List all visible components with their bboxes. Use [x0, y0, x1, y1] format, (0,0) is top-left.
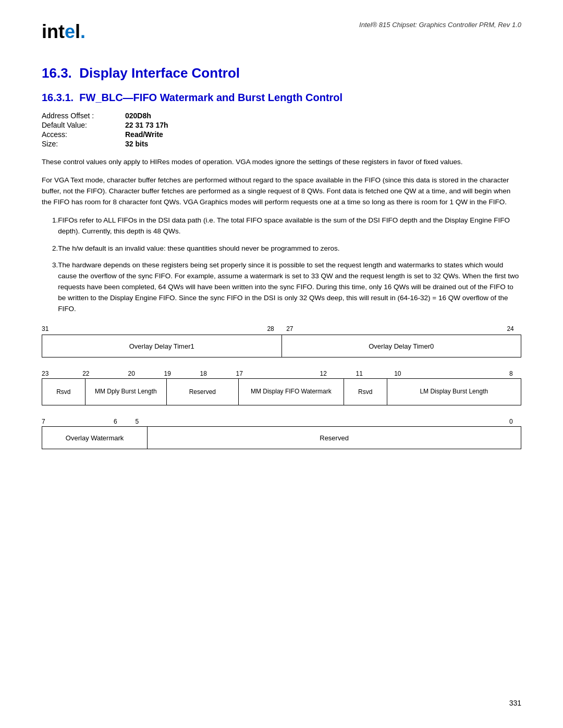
access-label: Access: [42, 130, 125, 139]
bit-cell-overlay-delay-timer0: Overlay Delay Timer0 [282, 335, 522, 357]
bit-cell-rsvd-2: Rsvd [344, 379, 387, 405]
bit-num-17: 17 [236, 370, 243, 377]
size-value: 32 bits [125, 139, 168, 149]
bit-num-12: 12 [320, 370, 327, 377]
bit-num-8: 8 [509, 370, 513, 377]
list-item-2: 2. The h/w default is an invalid value: … [42, 243, 521, 254]
bit-cell-reserved-1: Reserved [167, 379, 239, 405]
bit-cell-overlay-watermark: Overlay Watermark [42, 427, 148, 449]
register-info: Address Offset : 020D8h Default Value: 2… [42, 111, 521, 149]
default-value: 22 31 73 17h [125, 120, 168, 130]
diagram2: 23 22 20 19 18 17 12 11 10 8 Rsvd MM Dpl… [42, 370, 521, 405]
logo-period: . [80, 21, 85, 42]
section-title: 16.3. Display Interface Control [42, 65, 521, 81]
bit-num-23: 23 [42, 370, 48, 377]
bit-num-24: 24 [507, 325, 513, 332]
bit-num-20: 20 [128, 370, 135, 377]
bit-num-10: 10 [394, 370, 401, 377]
bit-num-18: 18 [200, 370, 207, 377]
bit-num-28: 28 [267, 325, 274, 332]
list-item-1: 1. FIFOs refer to ALL FIFOs in the DSI d… [42, 215, 521, 237]
bit-cell-overlay-delay-timer1: Overlay Delay Timer1 [42, 335, 282, 357]
bit-num-31: 31 [42, 325, 48, 332]
diagram1: 31 28 27 24 Overlay Delay Timer1 Overlay… [42, 325, 521, 357]
logo-suffix: l [75, 21, 80, 42]
bit-cell-lm-display-burst: LM Display Burst Length [387, 379, 521, 405]
bit-cell-mm-display-fifo: MM Display FIFO Watermark [239, 379, 344, 405]
paragraph-1: These control values only apply to HIRes… [42, 157, 521, 168]
diagram3: 7 6 5 0 Overlay Watermark Reserved [42, 418, 521, 449]
bit-cell-reserved-2: Reserved [148, 427, 521, 449]
bit-num-0: 0 [509, 418, 513, 425]
bit-num-5: 5 [135, 418, 139, 425]
bit-num-22: 22 [82, 370, 89, 377]
bit-num-6: 6 [114, 418, 117, 425]
paragraph-2: For VGA Text mode, character buffer fetc… [42, 175, 521, 208]
bit-num-11: 11 [356, 370, 363, 377]
logo-text: int [42, 21, 65, 42]
address-value: 020D8h [125, 111, 168, 120]
intel-logo: intel. [42, 21, 85, 43]
size-label: Size: [42, 139, 125, 149]
access-value: Read/Write [125, 130, 168, 139]
bit-num-19: 19 [164, 370, 171, 377]
bit-cell-rsvd-1: Rsvd [42, 379, 85, 405]
logo-dot: e [65, 21, 75, 42]
list-item-3: 3. The hardware depends on these registe… [42, 260, 521, 315]
page-number: 331 [509, 699, 521, 707]
bit-num-27: 27 [286, 325, 293, 332]
bit-cell-mm-dply-burst: MM Dply Burst Length [85, 379, 167, 405]
bit-num-7: 7 [42, 418, 45, 425]
header-title: Intel® 815 Chipset: Graphics Controller … [359, 21, 521, 29]
subsection-title: 16.3.1. FW_BLC—FIFO Watermark and Burst … [42, 92, 521, 104]
default-label: Default Value: [42, 120, 125, 130]
address-label: Address Offset : [42, 111, 125, 120]
